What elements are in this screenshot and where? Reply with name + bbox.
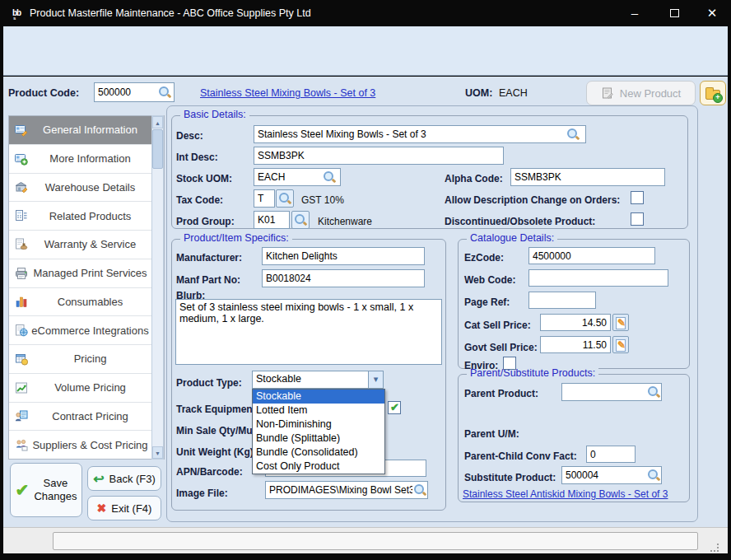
int-desc-input[interactable] bbox=[254, 147, 504, 165]
sidebar-item-related-products[interactable]: Related Products bbox=[9, 202, 164, 231]
image-file-input[interactable] bbox=[265, 481, 428, 499]
sidebar-item-warranty-service[interactable]: Warranty & Service bbox=[9, 231, 164, 259]
manf-part-no-input[interactable] bbox=[262, 269, 425, 287]
govt-sell-price-input[interactable] bbox=[540, 336, 611, 353]
apn-barcode-label: APN/Barcode: bbox=[176, 466, 243, 478]
web-code-input[interactable] bbox=[528, 269, 668, 287]
sidebar-item-volume-pricing[interactable]: Volume Pricing bbox=[9, 374, 164, 403]
minimize-button[interactable]: – bbox=[621, 3, 649, 23]
product-type-combobox[interactable]: Stockable ▾ bbox=[252, 371, 384, 389]
sidebar-item-label: Pricing bbox=[30, 352, 164, 365]
dropdown-option-bundle-consolidated[interactable]: Bundle (Consolidated) bbox=[253, 446, 384, 460]
exit-x-icon: ✖ bbox=[97, 502, 107, 515]
contract-person-icon bbox=[15, 409, 30, 422]
prod-group-search-button[interactable] bbox=[291, 211, 310, 229]
printer-icon bbox=[15, 267, 30, 280]
product-description-link[interactable]: Stainless Steel Mixing Bowls - Set of 3 bbox=[200, 87, 375, 99]
blurb-textarea[interactable]: Set of 3 stainless steel mixing bowls - … bbox=[175, 299, 442, 365]
open-folder-button[interactable] bbox=[700, 81, 726, 105]
sidebar-item-contract-pricing[interactable]: Contract Pricing bbox=[9, 403, 164, 432]
window-border-bottom bbox=[0, 553, 731, 560]
tax-code-description: GST 10% bbox=[301, 194, 344, 206]
image-file-search-icon[interactable] bbox=[413, 483, 426, 497]
cat-sell-price-input[interactable] bbox=[540, 314, 611, 331]
substitute-product-label: Substitute Product: bbox=[464, 472, 556, 483]
discontinued-label: Discontinued/Obsolete Product: bbox=[445, 216, 595, 227]
substitute-product-search-icon[interactable] bbox=[647, 469, 660, 482]
new-product-button[interactable]: New Product bbox=[586, 81, 696, 105]
ezcode-input[interactable] bbox=[528, 247, 655, 264]
prod-group-input[interactable] bbox=[254, 211, 290, 229]
sidebar-item-pricing[interactable]: Pricing bbox=[9, 345, 164, 374]
save-changes-label: Save Changes bbox=[34, 477, 77, 504]
substitute-product-link[interactable]: Stainless Steel Antiskid Mixing Bowls - … bbox=[463, 488, 668, 500]
chevron-down-icon[interactable]: ▾ bbox=[368, 371, 383, 388]
stock-uom-label: Stock UOM: bbox=[176, 173, 232, 184]
scroll-down-icon[interactable]: ▼ bbox=[152, 446, 163, 459]
sidebar-item-ecommerce-integrations[interactable]: eCommerce Integrations bbox=[9, 316, 164, 345]
desc-search-icon[interactable] bbox=[566, 128, 580, 141]
window-border-right bbox=[728, 26, 731, 560]
scrollbar-thumb[interactable] bbox=[152, 129, 163, 169]
alpha-code-input[interactable] bbox=[510, 168, 665, 186]
save-changes-button[interactable]: ✔ Save Changes bbox=[10, 463, 82, 517]
product-code-label: Product Code: bbox=[8, 87, 79, 99]
tax-code-search-icon bbox=[278, 192, 291, 205]
sidebar-item-label: More Information bbox=[30, 152, 164, 165]
manufacturer-label: Manufacturer: bbox=[176, 252, 242, 264]
dropdown-option-non-diminishing[interactable]: Non-Diminishing bbox=[253, 418, 384, 432]
maximize-button[interactable] bbox=[660, 3, 688, 23]
product-type-dropdown-list: Stockable Lotted Item Non-Diminishing Bu… bbox=[252, 389, 385, 474]
product-type-value: Stockable bbox=[256, 373, 301, 385]
sidebar-item-label: Related Products bbox=[30, 210, 164, 222]
check-icon: ✔ bbox=[16, 480, 30, 500]
back-label: Back (F3) bbox=[109, 473, 156, 485]
back-arrow-icon: ↩ bbox=[93, 471, 104, 487]
dropdown-option-bundle-splittable[interactable]: Bundle (Splittable) bbox=[253, 432, 384, 446]
tax-code-input[interactable] bbox=[254, 189, 275, 208]
sidebar-item-managed-print-services[interactable]: Managed Print Services bbox=[9, 259, 164, 288]
web-code-label: Web Code: bbox=[464, 274, 515, 286]
sidebar-item-consumables[interactable]: Consumables bbox=[9, 288, 164, 317]
allow-desc-change-checkbox[interactable] bbox=[631, 191, 644, 204]
close-button[interactable]: ✕ bbox=[698, 3, 726, 23]
exit-button[interactable]: ✖ Exit (F4) bbox=[87, 496, 161, 520]
tax-code-search-button[interactable] bbox=[276, 189, 294, 208]
title-bar: bbs Product Masterfile Maintenance - ABC… bbox=[0, 0, 731, 26]
int-desc-label: Int Desc: bbox=[176, 152, 218, 163]
page-ref-input[interactable] bbox=[528, 292, 596, 309]
dropdown-option-lotted-item[interactable]: Lotted Item bbox=[253, 404, 384, 418]
manufacturer-input[interactable] bbox=[262, 247, 425, 265]
sidebar-item-more-information[interactable]: More Information bbox=[9, 145, 164, 174]
discontinued-checkbox[interactable] bbox=[631, 212, 644, 226]
dropdown-option-stockable[interactable]: Stockable bbox=[253, 390, 384, 404]
scroll-up-icon[interactable]: ▲ bbox=[152, 116, 163, 128]
application-window: bbs Product Masterfile Maintenance - ABC… bbox=[0, 0, 731, 560]
sidebar-nav: General Information More Information War… bbox=[8, 115, 165, 460]
sidebar-item-suppliers-cost-pricing[interactable]: Suppliers & Cost Pricing bbox=[9, 431, 164, 459]
sidebar-scrollbar[interactable]: ▲ ▼ bbox=[151, 115, 164, 460]
sidebar-item-general-information[interactable]: General Information bbox=[9, 116, 164, 145]
stock-uom-search-icon[interactable] bbox=[323, 170, 336, 184]
prod-group-description: Kitchenware bbox=[318, 216, 372, 227]
desc-input[interactable] bbox=[254, 125, 586, 143]
warranty-stamp-icon bbox=[15, 238, 30, 251]
status-bar bbox=[3, 527, 728, 553]
product-code-search-icon[interactable] bbox=[158, 86, 171, 99]
parent-product-search-icon[interactable] bbox=[647, 385, 660, 399]
conv-fact-input[interactable] bbox=[586, 446, 636, 463]
exit-label: Exit (F4) bbox=[111, 502, 151, 515]
govt-sell-price-edit-icon[interactable] bbox=[612, 336, 629, 353]
dropdown-option-cost-only-product[interactable]: Cost Only Product bbox=[253, 460, 384, 474]
sidebar-item-warehouse-details[interactable]: Warehouse Details bbox=[9, 174, 164, 203]
header-band bbox=[3, 26, 728, 76]
id-card-edit-icon bbox=[15, 124, 30, 137]
cat-sell-price-edit-icon[interactable] bbox=[612, 314, 629, 331]
resize-grip-icon[interactable] bbox=[710, 543, 719, 553]
conv-fact-label: Parent-Child Conv Fact: bbox=[464, 450, 577, 462]
track-equipment-checkbox[interactable] bbox=[388, 401, 401, 414]
uom-label: UOM: bbox=[465, 87, 492, 99]
back-button[interactable]: ↩ Back (F3) bbox=[87, 466, 161, 491]
maximize-glyph bbox=[670, 9, 679, 17]
enviro-checkbox[interactable] bbox=[503, 357, 516, 370]
